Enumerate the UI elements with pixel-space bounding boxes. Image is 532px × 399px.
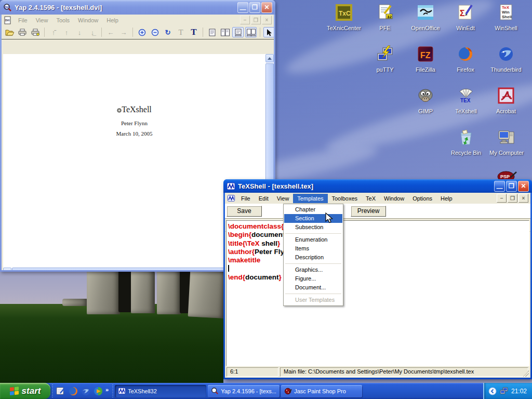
yap-mdi-restore[interactable]: ❐ [251, 16, 261, 24]
scroll-up-button[interactable] [265, 54, 274, 62]
double-page-view-button[interactable] [219, 27, 231, 37]
code-line[interactable]: \documentclass{a [228, 222, 529, 231]
menu-edit[interactable]: Edit [255, 194, 273, 203]
single-page-view-button[interactable] [206, 27, 218, 37]
desktop-icon-gimp[interactable]: GIMP [404, 86, 447, 114]
code-line[interactable]: \title{\TeX shell} [228, 240, 529, 248]
ruler-tool-button[interactable]: T [175, 27, 187, 37]
mdi-close-button[interactable]: × [518, 194, 528, 203]
menu-window[interactable]: Window [380, 194, 408, 203]
save-button[interactable]: Save [227, 206, 262, 217]
firefox-quicklaunch-icon[interactable] [68, 386, 78, 396]
desktop-icon-winedt[interactable]: Σ WinEdt [444, 3, 487, 31]
network-status-icon[interactable] [500, 387, 508, 395]
menu-item-subsection[interactable]: Subsection [284, 223, 342, 232]
media-player-quicklaunch-icon[interactable] [93, 386, 103, 396]
texshell-toolbar: Save TeX Preview [225, 204, 530, 219]
code-line[interactable]: \maketitle [228, 256, 529, 264]
mdi-minimize-button[interactable]: – [497, 194, 507, 203]
yap-menu-file[interactable]: File [14, 16, 32, 25]
task-label: Jasc Paint Shop Pro [294, 388, 346, 394]
resize-grip[interactable] [523, 370, 529, 377]
vertical-scroll-thumb[interactable] [265, 63, 274, 192]
desktop-icon-recycle-bin[interactable]: Recycle Bin [444, 128, 488, 156]
menu-help[interactable]: Help [436, 194, 457, 203]
editor-area[interactable]: \documentclass{a\begin{document}\title{\… [226, 220, 529, 366]
taskbar-button-texshell32[interactable]: TeXShell32 [115, 385, 206, 397]
previous-page-button[interactable]: ↑ [61, 27, 72, 37]
menu-item-enumeration[interactable]: Enumeration [284, 235, 342, 244]
desktop-icon-acrobat[interactable]: Acrobat [484, 86, 528, 114]
scroll-left-button[interactable] [3, 268, 11, 270]
desktop-icon-thunderbird[interactable]: Thunderbird [484, 45, 528, 73]
taskbar-button-yap[interactable]: Yap 2.4.1596 - [texs... [208, 385, 280, 397]
desktop-icon-texniccenter[interactable]: TxC TeXnicCenter [322, 3, 366, 31]
continuous-double-view-button[interactable] [245, 27, 257, 37]
yap-close-button[interactable]: ✕ [261, 2, 272, 13]
menu-item-graphics[interactable]: Graphics... [284, 265, 342, 274]
texshell-minimize-button[interactable]: — [494, 181, 505, 192]
mdi-restore-button[interactable]: ❐ [508, 194, 517, 203]
first-page-button[interactable]: ↑̄ [48, 27, 59, 37]
clock[interactable]: 21:02 [511, 388, 527, 395]
thunderbird-quicklaunch-icon[interactable] [81, 386, 91, 396]
texshell-maximize-button[interactable]: ❐ [506, 181, 517, 192]
print-setup-button[interactable] [30, 27, 41, 37]
desktop-icon-filezilla[interactable]: FZ FileZilla [404, 45, 447, 73]
taskbar-button-paintshoppro[interactable]: Jasc Paint Shop Pro [281, 385, 362, 397]
zoom-in-button[interactable] [136, 27, 148, 37]
open-file-button[interactable] [4, 27, 15, 37]
print-button[interactable] [17, 27, 28, 37]
back-button[interactable]: ← [105, 27, 116, 37]
start-button[interactable]: start [0, 383, 50, 399]
texshell-close-button[interactable]: ✕ [518, 181, 529, 192]
code-line[interactable]: \end{document} [228, 273, 529, 282]
yap-mdi-minimize[interactable]: – [240, 16, 250, 24]
continuous-view-button[interactable] [232, 27, 244, 37]
refresh-button[interactable]: ↻ [162, 27, 174, 37]
select-tool-button[interactable] [263, 27, 274, 37]
yap-menu-help[interactable]: Help [102, 16, 123, 25]
show-desktop-icon[interactable] [56, 386, 66, 396]
menu-item-description[interactable]: Description [284, 253, 342, 262]
desktop-icon-firefox[interactable]: Firefox [444, 45, 487, 73]
svg-text:TxC: TxC [339, 10, 351, 17]
desktop-icon-texshell[interactable]: TEX TeXshell [444, 86, 488, 114]
yap-menu-view[interactable]: View [32, 16, 52, 25]
desktop-icon-my-computer[interactable]: My Computer [485, 128, 528, 156]
code-line[interactable]: \begin{document} [228, 231, 529, 239]
texshell-titlebar[interactable]: TeXShell - [texshell.tex] — ❐ ✕ [223, 179, 532, 193]
yap-minimize-button[interactable]: — [237, 2, 248, 13]
menu-view[interactable]: View [273, 194, 294, 203]
psp-icon-partial[interactable]: PSP [497, 170, 517, 179]
menu-item-document[interactable]: Document... [284, 283, 342, 292]
horizontal-scroll-thumb[interactable] [12, 268, 241, 270]
quicklaunch-overflow-chevron[interactable]: » [105, 387, 109, 393]
last-page-button[interactable]: ↓̲ [87, 27, 98, 37]
yap-mdi-close[interactable]: × [262, 16, 272, 24]
menu-options[interactable]: Options [408, 194, 436, 203]
desktop-icon-putty[interactable]: puTTY [363, 45, 407, 73]
preview-button[interactable]: Preview [351, 206, 386, 217]
menu-item-figure[interactable]: Figure... [284, 274, 342, 283]
menu-templates[interactable]: Templates [293, 194, 327, 203]
desktop-icon-winshell[interactable]: TeX Win Shell WinShell [484, 3, 528, 31]
forward-button[interactable]: → [118, 27, 129, 37]
menu-tex[interactable]: TeX [362, 194, 380, 203]
menu-toolboxes[interactable]: Toolboxes [328, 194, 362, 203]
yap-titlebar[interactable]: DVI Yap 2.4.1596 - [texshell.dvi] — ❐ ✕ [0, 0, 275, 15]
code-line[interactable] [228, 264, 529, 273]
menu-file[interactable]: File [237, 194, 255, 203]
text-tool-button[interactable]: T [188, 27, 200, 37]
hide-icons-chevron[interactable] [488, 387, 497, 395]
desktop-icon-pfe[interactable]: 32 PFE [363, 3, 407, 31]
yap-menu-window[interactable]: Window [74, 16, 102, 25]
menu-item-items[interactable]: Items [284, 244, 342, 253]
yap-maximize-button[interactable]: ❐ [249, 2, 260, 13]
yap-menu-tools[interactable]: Tools [52, 16, 74, 25]
icon-label: GIMP [404, 108, 447, 114]
next-page-button[interactable]: ↓ [74, 27, 85, 37]
zoom-out-button[interactable] [149, 27, 161, 37]
code-line[interactable]: \author{Peter Fly [228, 248, 529, 256]
desktop-icon-openoffice[interactable]: OpenOffice [404, 3, 447, 31]
